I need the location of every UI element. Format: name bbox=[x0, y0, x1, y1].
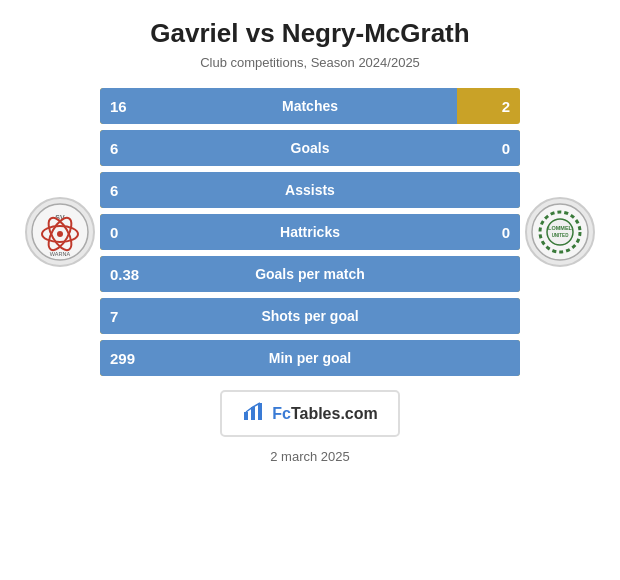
stats-section: SV WARNA 16Matches26Goals06Assists0Hattr… bbox=[20, 88, 600, 376]
stat-left-value: 6 bbox=[100, 182, 140, 199]
svg-text:UNITED: UNITED bbox=[552, 233, 570, 238]
stat-row: 6Goals0 bbox=[100, 130, 520, 166]
logo-circle-left: SV WARNA bbox=[25, 197, 95, 267]
team-logo-right: LOMMEL UNITED bbox=[520, 197, 600, 267]
stat-bar-bg: 299Min per goal bbox=[100, 340, 520, 376]
stats-bars: 16Matches26Goals06Assists0Hattricks00.38… bbox=[100, 88, 520, 376]
stat-label: Min per goal bbox=[140, 350, 480, 366]
stat-left-value: 7 bbox=[100, 308, 140, 325]
stat-row: 299Min per goal bbox=[100, 340, 520, 376]
right-team-emblem: LOMMEL UNITED bbox=[530, 202, 590, 262]
stat-left-value: 0.38 bbox=[100, 266, 140, 283]
page-title: Gavriel vs Negry-McGrath bbox=[150, 18, 469, 49]
svg-rect-14 bbox=[258, 403, 262, 420]
footer-date: 2 march 2025 bbox=[270, 449, 350, 464]
stat-bar-bg: 7Shots per goal bbox=[100, 298, 520, 334]
stat-label: Shots per goal bbox=[140, 308, 480, 324]
stat-bar-bg: 6Assists bbox=[100, 172, 520, 208]
stat-label: Hattricks bbox=[140, 224, 480, 240]
svg-text:LOMMEL: LOMMEL bbox=[548, 225, 572, 231]
branding-label: FcTables.com bbox=[272, 405, 378, 423]
stat-right-value: 0 bbox=[480, 140, 520, 157]
svg-rect-12 bbox=[244, 412, 248, 420]
stat-left-value: 6 bbox=[100, 140, 140, 157]
stat-right-value: 2 bbox=[480, 98, 520, 115]
svg-text:WARNA: WARNA bbox=[50, 251, 71, 257]
stat-row: 0.38Goals per match bbox=[100, 256, 520, 292]
svg-point-9 bbox=[547, 219, 573, 245]
stat-label: Goals per match bbox=[140, 266, 480, 282]
branding-box: FcTables.com bbox=[220, 390, 400, 437]
stat-bar-bg: 6Goals0 bbox=[100, 130, 520, 166]
stat-bar-bg: 0.38Goals per match bbox=[100, 256, 520, 292]
stat-row: 7Shots per goal bbox=[100, 298, 520, 334]
logo-circle-right: LOMMEL UNITED bbox=[525, 197, 595, 267]
stat-row: 0Hattricks0 bbox=[100, 214, 520, 250]
stat-label: Goals bbox=[140, 140, 480, 156]
page-wrapper: Gavriel vs Negry-McGrath Club competitio… bbox=[0, 0, 620, 580]
stat-label: Assists bbox=[140, 182, 480, 198]
stat-left-value: 16 bbox=[100, 98, 140, 115]
team-logo-left: SV WARNA bbox=[20, 197, 100, 267]
left-team-emblem: SV WARNA bbox=[30, 202, 90, 262]
stat-row: 16Matches2 bbox=[100, 88, 520, 124]
stat-left-value: 299 bbox=[100, 350, 140, 367]
page-subtitle: Club competitions, Season 2024/2025 bbox=[200, 55, 420, 70]
svg-point-5 bbox=[57, 231, 63, 237]
stat-bar-bg: 0Hattricks0 bbox=[100, 214, 520, 250]
stat-left-value: 0 bbox=[100, 224, 140, 241]
branding-chart-icon bbox=[242, 400, 264, 427]
stat-row: 6Assists bbox=[100, 172, 520, 208]
stat-label: Matches bbox=[140, 98, 480, 114]
stat-right-value: 0 bbox=[480, 224, 520, 241]
svg-rect-13 bbox=[251, 407, 255, 420]
stat-bar-bg: 16Matches2 bbox=[100, 88, 520, 124]
